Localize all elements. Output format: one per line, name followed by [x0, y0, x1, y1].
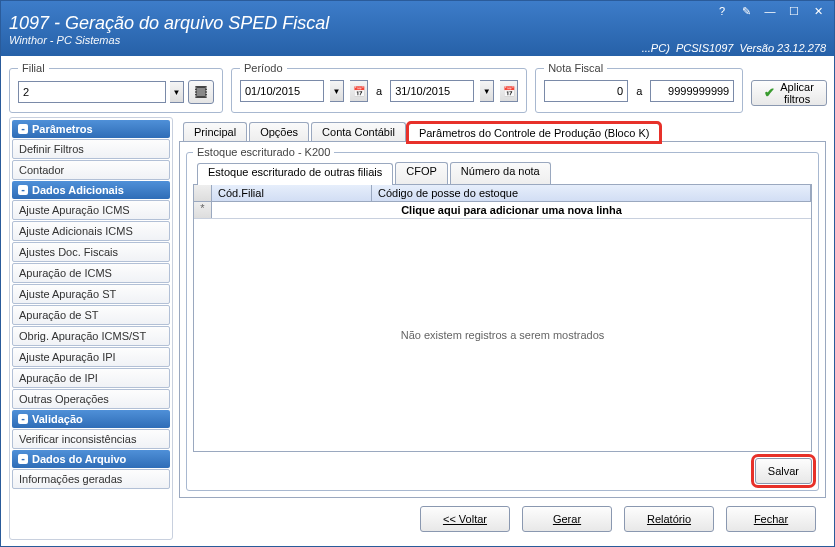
collapse-icon: -: [18, 454, 28, 464]
periodo-from-calendar-icon[interactable]: 📅: [350, 80, 368, 102]
collapse-icon: -: [18, 414, 28, 424]
periodo-to-calendar-icon[interactable]: 📅: [500, 80, 518, 102]
svg-rect-6: [206, 87, 207, 88]
window-subtitle: Winthor - PC Sistemas: [9, 34, 329, 46]
sidebar-item-apuracao-icms[interactable]: Apuração de ICMS: [12, 263, 170, 283]
window-title: 1097 - Geração do arquivo SPED Fiscal: [9, 13, 329, 34]
titlebar: 1097 - Geração do arquivo SPED Fiscal Wi…: [1, 1, 834, 56]
salvar-button[interactable]: Salvar: [755, 458, 812, 484]
sidebar-item-apuracao-ipi[interactable]: Apuração de IPI: [12, 368, 170, 388]
filial-select[interactable]: [18, 81, 166, 103]
sidebar-item-informacoes-geradas[interactable]: Informações geradas: [12, 469, 170, 489]
svg-rect-1: [197, 88, 205, 96]
filial-group: Filial ▼: [9, 62, 223, 113]
app-window: 1097 - Geração do arquivo SPED Fiscal Wi…: [0, 0, 835, 547]
periodo-from-input[interactable]: [240, 80, 324, 102]
main-panel: Principal Opções Conta Contábil Parâmetr…: [179, 117, 826, 540]
sidebar-item-obrig-apuracao[interactable]: Obrig. Apuração ICMS/ST: [12, 326, 170, 346]
grid-add-row[interactable]: * Clique aqui para adicionar uma nova li…: [194, 202, 811, 219]
periodo-to-input[interactable]: [390, 80, 474, 102]
sidebar-header-dados-adicionais[interactable]: -Dados Adicionais: [12, 181, 170, 199]
grid-empty-message: Não existem registros a serem mostrados: [194, 219, 811, 451]
svg-rect-8: [206, 93, 207, 94]
filial-legend: Filial: [18, 62, 49, 74]
sidebar-item-ajuste-apuracao-st[interactable]: Ajuste Apuração ST: [12, 284, 170, 304]
fechar-button[interactable]: Fechar: [726, 506, 816, 532]
film-icon: [193, 84, 209, 100]
grid: Cód.Filial Código de posse do estoque * …: [193, 184, 812, 452]
nota-to-input[interactable]: [650, 80, 734, 102]
grid-addrow-text[interactable]: Clique aqui para adicionar uma nova linh…: [212, 202, 811, 218]
help-icon[interactable]: ?: [714, 5, 730, 18]
svg-rect-9: [206, 95, 207, 96]
subtab-outras-filiais[interactable]: Estoque escriturado de outras filiais: [197, 163, 393, 185]
nota-legend: Nota Fiscal: [544, 62, 607, 74]
sidebar-item-contador[interactable]: Contador: [12, 160, 170, 180]
voltar-button[interactable]: << Voltar: [420, 506, 510, 532]
tab-parametros-controle-producao[interactable]: Parâmetros do Controle de Produção (Bloc…: [408, 123, 661, 142]
sidebar-item-ajuste-apuracao-icms[interactable]: Ajuste Apuração ICMS: [12, 200, 170, 220]
sidebar-item-ajuste-apuracao-ipi[interactable]: Ajuste Apuração IPI: [12, 347, 170, 367]
sidebar-header-parametros[interactable]: -Parâmetros: [12, 120, 170, 138]
nota-separator: a: [634, 85, 644, 97]
window-meta: ...PC) PCSIS1097 Versão 23.12.278: [642, 42, 826, 54]
tab-conta-contabil[interactable]: Conta Contábil: [311, 122, 406, 141]
sidebar-header-dados-arquivo[interactable]: -Dados do Arquivo: [12, 450, 170, 468]
sidebar-item-ajustes-doc-fiscais[interactable]: Ajustes Doc. Fiscais: [12, 242, 170, 262]
grid-addrow-marker: *: [194, 202, 212, 218]
filial-dropdown-icon[interactable]: ▼: [170, 81, 184, 103]
svg-rect-3: [195, 90, 196, 91]
sidebar-item-outras-operacoes[interactable]: Outras Operações: [12, 389, 170, 409]
gerar-button[interactable]: Gerar: [522, 506, 612, 532]
periodo-legend: Período: [240, 62, 287, 74]
nota-from-input[interactable]: [544, 80, 628, 102]
tab-principal[interactable]: Principal: [183, 122, 247, 141]
sidebar-header-validacao[interactable]: -Validação: [12, 410, 170, 428]
tab-content: Estoque escriturado - K200 Estoque escri…: [179, 141, 826, 498]
periodo-separator: a: [374, 85, 384, 97]
aplicar-filtros-button[interactable]: ✔ Aplicar filtros: [751, 80, 827, 106]
sidebar-item-ajuste-adicionais-icms[interactable]: Ajuste Adicionais ICMS: [12, 221, 170, 241]
main-tabs: Principal Opções Conta Contábil Parâmetr…: [179, 117, 826, 141]
svg-rect-2: [195, 87, 196, 88]
subtab-cfop[interactable]: CFOP: [395, 162, 448, 184]
subtab-numero-nota[interactable]: Número da nota: [450, 162, 551, 184]
periodo-group: Período ▼ 📅 a ▼ 📅: [231, 62, 527, 113]
svg-rect-7: [206, 90, 207, 91]
minimize-icon[interactable]: —: [762, 5, 778, 18]
collapse-icon: -: [18, 185, 28, 195]
edit-icon[interactable]: ✎: [738, 5, 754, 18]
sidebar-item-definir-filtros[interactable]: Definir Filtros: [12, 139, 170, 159]
relatorio-button[interactable]: Relatório: [624, 506, 714, 532]
sidebar: -Parâmetros Definir Filtros Contador -Da…: [9, 117, 173, 540]
collapse-icon: -: [18, 124, 28, 134]
bottom-button-bar: << Voltar Gerar Relatório Fechar: [179, 498, 826, 540]
filial-settings-button[interactable]: [188, 80, 214, 104]
estoque-group: Estoque escriturado - K200 Estoque escri…: [186, 146, 819, 491]
close-icon[interactable]: ✕: [810, 5, 826, 18]
grid-header: Cód.Filial Código de posse do estoque: [194, 185, 811, 202]
grid-row-header-corner: [194, 185, 212, 201]
grid-col-cod-filial[interactable]: Cód.Filial: [212, 185, 372, 201]
estoque-legend: Estoque escriturado - K200: [193, 146, 334, 158]
periodo-from-dropdown-icon[interactable]: ▼: [330, 80, 344, 102]
sidebar-item-verificar-inconsistencias[interactable]: Verificar inconsistências: [12, 429, 170, 449]
nota-fiscal-group: Nota Fiscal a: [535, 62, 743, 113]
svg-rect-4: [195, 93, 196, 94]
check-icon: ✔: [764, 85, 775, 100]
estoque-subtabs: Estoque escriturado de outras filiais CF…: [193, 162, 812, 184]
svg-rect-5: [195, 95, 196, 96]
tab-opcoes[interactable]: Opções: [249, 122, 309, 141]
periodo-to-dropdown-icon[interactable]: ▼: [480, 80, 494, 102]
sidebar-item-apuracao-st[interactable]: Apuração de ST: [12, 305, 170, 325]
grid-col-codigo-posse[interactable]: Código de posse do estoque: [372, 185, 811, 201]
maximize-icon[interactable]: ☐: [786, 5, 802, 18]
